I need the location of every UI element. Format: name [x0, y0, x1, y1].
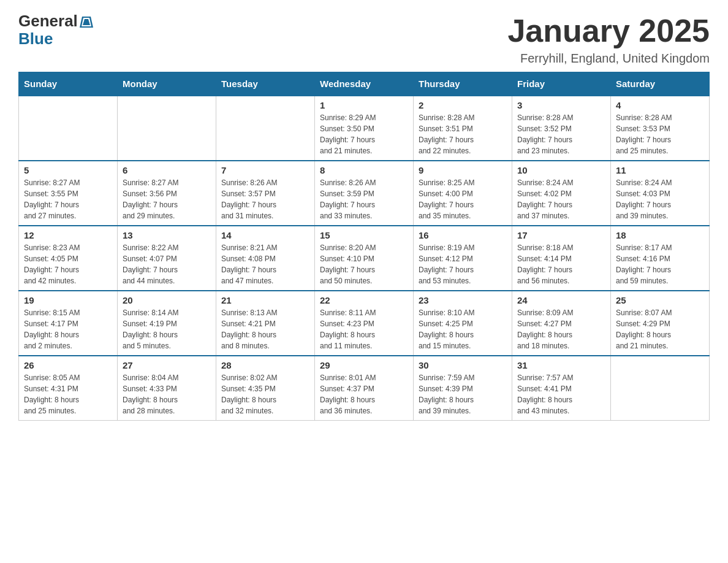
title-section: January 2025 Ferryhill, England, United …	[507, 12, 710, 66]
days-of-week-row: SundayMondayTuesdayWednesdayThursdayFrid…	[19, 72, 710, 96]
calendar-week-row: 5Sunrise: 8:27 AMSunset: 3:55 PMDaylight…	[19, 161, 710, 226]
calendar-cell: 31Sunrise: 7:57 AMSunset: 4:41 PMDayligh…	[512, 356, 611, 421]
day-of-week-header: Monday	[118, 72, 216, 96]
calendar-cell: 2Sunrise: 8:28 AMSunset: 3:51 PMDaylight…	[414, 96, 512, 161]
day-info: Sunrise: 8:28 AMSunset: 3:51 PMDaylight:…	[419, 112, 507, 156]
day-number: 27	[123, 360, 211, 370]
calendar-cell: 15Sunrise: 8:20 AMSunset: 4:10 PMDayligh…	[315, 226, 414, 291]
day-number: 28	[221, 360, 309, 370]
day-number: 3	[517, 100, 605, 110]
day-number: 25	[616, 295, 704, 305]
calendar-week-row: 19Sunrise: 8:15 AMSunset: 4:17 PMDayligh…	[19, 291, 710, 356]
calendar-cell	[611, 356, 710, 421]
day-info: Sunrise: 8:18 AMSunset: 4:14 PMDaylight:…	[517, 242, 605, 286]
day-info: Sunrise: 8:22 AMSunset: 4:07 PMDaylight:…	[123, 242, 211, 286]
calendar-cell: 10Sunrise: 8:24 AMSunset: 4:02 PMDayligh…	[512, 161, 611, 226]
day-info: Sunrise: 8:04 AMSunset: 4:33 PMDaylight:…	[123, 372, 211, 416]
day-info: Sunrise: 8:01 AMSunset: 4:37 PMDaylight:…	[320, 372, 408, 416]
day-info: Sunrise: 8:29 AMSunset: 3:50 PMDaylight:…	[320, 112, 408, 156]
calendar-cell: 23Sunrise: 8:10 AMSunset: 4:25 PMDayligh…	[414, 291, 512, 356]
calendar-cell	[216, 96, 315, 161]
day-number: 14	[221, 230, 309, 240]
day-info: Sunrise: 8:11 AMSunset: 4:23 PMDaylight:…	[320, 307, 408, 351]
day-of-week-header: Sunday	[19, 72, 118, 96]
day-info: Sunrise: 8:25 AMSunset: 4:00 PMDaylight:…	[419, 177, 507, 221]
day-number: 1	[320, 100, 408, 110]
logo-general: General	[18, 12, 93, 30]
calendar-cell: 12Sunrise: 8:23 AMSunset: 4:05 PMDayligh…	[19, 226, 118, 291]
day-number: 10	[517, 165, 605, 175]
calendar-cell: 4Sunrise: 8:28 AMSunset: 3:53 PMDaylight…	[611, 96, 710, 161]
calendar-cell: 22Sunrise: 8:11 AMSunset: 4:23 PMDayligh…	[315, 291, 414, 356]
day-info: Sunrise: 8:26 AMSunset: 3:57 PMDaylight:…	[221, 177, 309, 221]
day-number: 6	[123, 165, 211, 175]
day-info: Sunrise: 8:05 AMSunset: 4:31 PMDaylight:…	[24, 372, 112, 416]
day-of-week-header: Tuesday	[216, 72, 315, 96]
day-info: Sunrise: 7:59 AMSunset: 4:39 PMDaylight:…	[419, 372, 507, 416]
day-info: Sunrise: 7:57 AMSunset: 4:41 PMDaylight:…	[517, 372, 605, 416]
calendar-cell	[19, 96, 118, 161]
calendar-cell: 26Sunrise: 8:05 AMSunset: 4:31 PMDayligh…	[19, 356, 118, 421]
day-info: Sunrise: 8:07 AMSunset: 4:29 PMDaylight:…	[616, 307, 704, 351]
calendar-cell: 25Sunrise: 8:07 AMSunset: 4:29 PMDayligh…	[611, 291, 710, 356]
day-info: Sunrise: 8:10 AMSunset: 4:25 PMDaylight:…	[419, 307, 507, 351]
day-info: Sunrise: 8:17 AMSunset: 4:16 PMDaylight:…	[616, 242, 704, 286]
calendar-cell: 24Sunrise: 8:09 AMSunset: 4:27 PMDayligh…	[512, 291, 611, 356]
day-info: Sunrise: 8:15 AMSunset: 4:17 PMDaylight:…	[24, 307, 112, 351]
day-number: 18	[616, 230, 704, 240]
day-info: Sunrise: 8:23 AMSunset: 4:05 PMDaylight:…	[24, 242, 112, 286]
calendar-cell: 21Sunrise: 8:13 AMSunset: 4:21 PMDayligh…	[216, 291, 315, 356]
day-number: 15	[320, 230, 408, 240]
calendar-cell: 5Sunrise: 8:27 AMSunset: 3:55 PMDaylight…	[19, 161, 118, 226]
calendar-cell: 20Sunrise: 8:14 AMSunset: 4:19 PMDayligh…	[118, 291, 216, 356]
calendar-cell: 17Sunrise: 8:18 AMSunset: 4:14 PMDayligh…	[512, 226, 611, 291]
calendar-cell: 1Sunrise: 8:29 AMSunset: 3:50 PMDaylight…	[315, 96, 414, 161]
logo: General Blue	[18, 12, 93, 47]
day-number: 19	[24, 295, 112, 305]
day-of-week-header: Saturday	[611, 72, 710, 96]
day-info: Sunrise: 8:26 AMSunset: 3:59 PMDaylight:…	[320, 177, 408, 221]
calendar-cell: 27Sunrise: 8:04 AMSunset: 4:33 PMDayligh…	[118, 356, 216, 421]
day-info: Sunrise: 8:14 AMSunset: 4:19 PMDaylight:…	[123, 307, 211, 351]
calendar-cell: 16Sunrise: 8:19 AMSunset: 4:12 PMDayligh…	[414, 226, 512, 291]
day-number: 20	[123, 295, 211, 305]
day-number: 4	[616, 100, 704, 110]
day-info: Sunrise: 8:20 AMSunset: 4:10 PMDaylight:…	[320, 242, 408, 286]
day-info: Sunrise: 8:27 AMSunset: 3:56 PMDaylight:…	[123, 177, 211, 221]
day-of-week-header: Wednesday	[315, 72, 414, 96]
day-info: Sunrise: 8:24 AMSunset: 4:03 PMDaylight:…	[616, 177, 704, 221]
calendar-cell: 13Sunrise: 8:22 AMSunset: 4:07 PMDayligh…	[118, 226, 216, 291]
day-number: 9	[419, 165, 507, 175]
calendar-cell: 7Sunrise: 8:26 AMSunset: 3:57 PMDaylight…	[216, 161, 315, 226]
day-info: Sunrise: 8:09 AMSunset: 4:27 PMDaylight:…	[517, 307, 605, 351]
calendar-header: SundayMondayTuesdayWednesdayThursdayFrid…	[19, 72, 710, 96]
calendar-cell: 29Sunrise: 8:01 AMSunset: 4:37 PMDayligh…	[315, 356, 414, 421]
day-info: Sunrise: 8:27 AMSunset: 3:55 PMDaylight:…	[24, 177, 112, 221]
day-number: 7	[221, 165, 309, 175]
calendar-cell: 6Sunrise: 8:27 AMSunset: 3:56 PMDaylight…	[118, 161, 216, 226]
day-number: 23	[419, 295, 507, 305]
day-number: 17	[517, 230, 605, 240]
calendar-table: SundayMondayTuesdayWednesdayThursdayFrid…	[18, 72, 710, 421]
subtitle: Ferryhill, England, United Kingdom	[507, 52, 710, 66]
calendar-body: 1Sunrise: 8:29 AMSunset: 3:50 PMDaylight…	[19, 96, 710, 421]
calendar-week-row: 1Sunrise: 8:29 AMSunset: 3:50 PMDaylight…	[19, 96, 710, 161]
logo-blue: Blue	[18, 30, 93, 48]
calendar-cell: 30Sunrise: 7:59 AMSunset: 4:39 PMDayligh…	[414, 356, 512, 421]
day-number: 26	[24, 360, 112, 370]
calendar-cell: 8Sunrise: 8:26 AMSunset: 3:59 PMDaylight…	[315, 161, 414, 226]
day-of-week-header: Thursday	[414, 72, 512, 96]
day-number: 22	[320, 295, 408, 305]
day-info: Sunrise: 8:02 AMSunset: 4:35 PMDaylight:…	[221, 372, 309, 416]
day-number: 11	[616, 165, 704, 175]
calendar-cell	[118, 96, 216, 161]
day-info: Sunrise: 8:19 AMSunset: 4:12 PMDaylight:…	[419, 242, 507, 286]
day-number: 30	[419, 360, 507, 370]
day-number: 5	[24, 165, 112, 175]
calendar-week-row: 26Sunrise: 8:05 AMSunset: 4:31 PMDayligh…	[19, 356, 710, 421]
day-info: Sunrise: 8:28 AMSunset: 3:53 PMDaylight:…	[616, 112, 704, 156]
calendar-cell: 11Sunrise: 8:24 AMSunset: 4:03 PMDayligh…	[611, 161, 710, 226]
day-number: 24	[517, 295, 605, 305]
day-number: 21	[221, 295, 309, 305]
day-number: 12	[24, 230, 112, 240]
